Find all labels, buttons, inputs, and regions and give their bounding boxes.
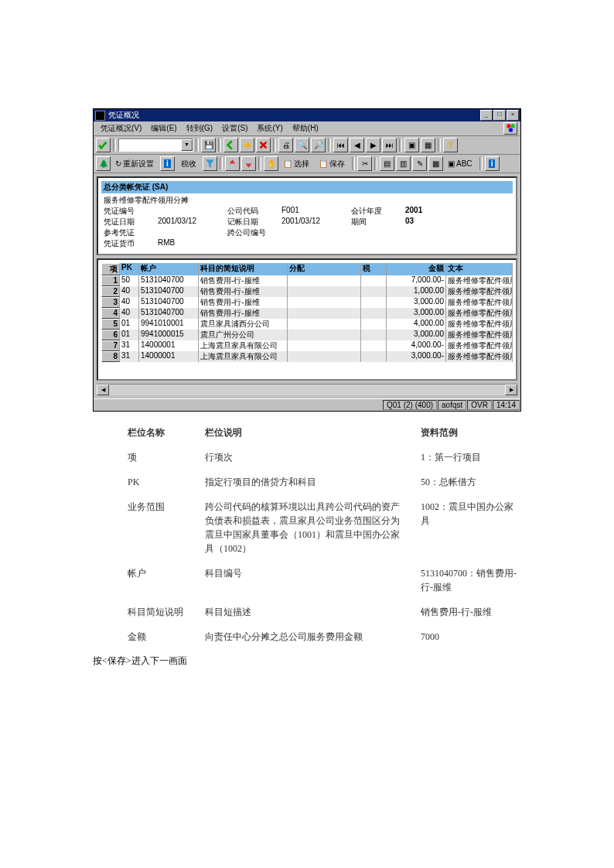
select-button[interactable]: 📋选择	[280, 156, 314, 171]
status-user: aofqst	[438, 400, 466, 410]
svg-point-0	[507, 124, 510, 128]
info2-icon[interactable]: i	[485, 156, 500, 171]
edit-icon[interactable]: ✎	[412, 156, 427, 171]
menu-goto[interactable]: 转到(G)	[182, 122, 217, 135]
toolbar-1: ▼ 💾 🖨 🔍 🔎 ⏮ ◀ ▶ ⏭ ▣ ▦ ?	[94, 136, 520, 155]
col-amt[interactable]: 金额	[387, 263, 446, 275]
menu-edit[interactable]: 编辑(E)	[147, 122, 180, 135]
shortcut-button[interactable]: ▦	[421, 138, 435, 152]
app-window: 凭证概况 _ □ × 凭证概况(V) 编辑(E) 转到(G) 设置(S) 系统(…	[93, 108, 521, 412]
reset-button[interactable]: ↻重新设置	[112, 156, 159, 171]
maximize-button[interactable]: □	[493, 110, 506, 121]
sort-desc-icon[interactable]	[241, 156, 256, 171]
row-select-icon[interactable]: ▤	[380, 156, 394, 171]
status-mode: OVR	[467, 400, 492, 410]
find-button[interactable]: 🔍	[295, 138, 309, 152]
table-row[interactable]: 73114000001上海震旦家具有限公司4,000.00-服务维修零配件领用	[101, 340, 513, 351]
command-field[interactable]: ▼	[118, 138, 193, 152]
tax-button[interactable]: 税收	[176, 156, 201, 171]
titlebar: 凭证概况 _ □ ×	[94, 109, 520, 121]
header-row: 凭证编号公司代码F001会计年度2001	[104, 206, 510, 217]
session-button[interactable]: ▣	[404, 138, 419, 152]
fh-example: 资料范例	[421, 425, 521, 439]
save-button[interactable]: 📋保存	[316, 156, 350, 171]
voucher-header-panel: 总分类帐凭证 (SA) 服务维修零配件领用分摊 凭证编号公司代码F001会计年度…	[97, 176, 517, 255]
find-next-button[interactable]: 🔎	[311, 138, 326, 152]
statusbar: Q01 (2) (400) aofqst OVR 14:14	[94, 398, 520, 411]
menu-settings[interactable]: 设置(S)	[218, 122, 251, 135]
prev-page-button[interactable]: ◀	[350, 138, 364, 152]
window-title: 凭证概况	[108, 110, 139, 121]
field-row: 项行项次1：第一行项目	[128, 450, 521, 464]
table-row[interactable]: 83114000001上海震旦家具有限公司3,000.00-服务维修零配件领用	[101, 351, 513, 362]
table-row[interactable]: 4405131040700销售费用-行-服维3,000.00服务维修零配件领用	[101, 308, 513, 319]
save-icon[interactable]: 💾	[201, 138, 216, 152]
field-row: 帐户科目编号5131040700：销售费用-行-服维	[128, 566, 521, 594]
app-icon	[95, 111, 105, 121]
menubar: 凭证概况(V) 编辑(E) 转到(G) 设置(S) 系统(Y) 帮助(H)	[94, 121, 520, 136]
h-scrollbar[interactable]: ◀ ▶	[97, 384, 517, 395]
voucher-type: 总分类帐凭证 (SA)	[101, 181, 513, 193]
exit-button[interactable]	[240, 138, 254, 152]
col-desc[interactable]: 科目的简短说明	[199, 263, 288, 275]
status-time: 14:14	[493, 400, 520, 410]
col-txt[interactable]: 文本	[446, 263, 513, 275]
print-button[interactable]: 🖨	[278, 138, 293, 152]
field-row: 金额向责任中心分摊之总公司服务费用金额7000	[128, 630, 521, 644]
line-items-panel: 项 PK 帐户 科目的简短说明 分配 税 金额 文本 1505131040700…	[97, 258, 517, 381]
table-row[interactable]: 5019941010001震旦家具浦西分公司4,000.00服务维修零配件领用	[101, 319, 513, 330]
ok-button[interactable]	[96, 138, 111, 152]
field-definitions: 栏位名称 栏位说明 资料范例 项行项次1：第一行项目PK指定行项目的借贷方和科目…	[128, 425, 521, 644]
scroll-right-button[interactable]: ▶	[505, 384, 517, 395]
table-header: 项 PK 帐户 科目的简短说明 分配 税 金额 文本	[101, 263, 513, 275]
menu-system[interactable]: 系统(Y)	[253, 122, 286, 135]
hand-icon[interactable]: ✋	[264, 156, 278, 171]
scroll-left-button[interactable]: ◀	[97, 384, 109, 395]
menu-help[interactable]: 帮助(H)	[288, 122, 322, 135]
last-page-button[interactable]: ⏭	[382, 138, 397, 152]
header-row: 凭证日期2001/03/12记帐日期2001/03/12期间03	[104, 217, 510, 227]
header-row: 凭证货币RMB	[104, 238, 510, 249]
svg-point-2	[508, 128, 512, 132]
col-idx[interactable]: 项	[101, 263, 120, 275]
client-area: 总分类帐凭证 (SA) 服务维修零配件领用分摊 凭证编号公司代码F001会计年度…	[94, 173, 520, 398]
footer-note: 按<保存>进入下一画面	[93, 654, 614, 668]
col-acct[interactable]: 帐户	[139, 263, 199, 275]
col-alloc[interactable]: 分配	[288, 263, 361, 275]
status-session: Q01 (2) (400)	[383, 400, 437, 410]
abc-button[interactable]: ▣ABC	[445, 156, 477, 171]
minimize-button[interactable]: _	[480, 110, 493, 121]
header-row: 参考凭证跨公司编号	[104, 227, 510, 238]
col-pk[interactable]: PK	[120, 263, 139, 275]
sort-asc-icon[interactable]	[225, 156, 240, 171]
menu-voucher[interactable]: 凭证概况(V)	[97, 122, 145, 135]
layout-icon[interactable]: ▦	[428, 156, 443, 171]
svg-point-1	[510, 124, 514, 128]
table-row[interactable]: 2405131040700销售费用-行-服维1,000.00服务维修零配件领用	[101, 286, 513, 297]
close-button[interactable]: ×	[507, 110, 519, 121]
table-row[interactable]: 1505131040700销售费用-行-服维7,000.00-服务维修零配件领用	[101, 275, 513, 286]
voucher-subtitle: 服务维修零配件领用分摊	[104, 195, 510, 206]
toolbar-2: 🌲 ↻重新设置 i 税收 ✋ 📋选择 📋保存 ✂ ▤ ▥ ✎ ▦ ▣ABC i	[94, 155, 520, 173]
field-row: 科目简短说明科目短描述销售费用-行-服维	[128, 605, 521, 619]
col-tax[interactable]: 税	[361, 263, 387, 275]
col-select-icon[interactable]: ▥	[396, 156, 411, 171]
field-row: PK指定行项目的借贷方和科目50：总帐借方	[128, 475, 521, 489]
cut-icon[interactable]: ✂	[357, 156, 372, 171]
sap-logo	[503, 122, 517, 135]
fh-name: 栏位名称	[128, 425, 205, 439]
info-icon[interactable]: i	[160, 156, 175, 171]
table-row[interactable]: 6019941000015震旦广州分公司3,000.00服务维修零配件领用	[101, 330, 513, 340]
tree-icon[interactable]: 🌲	[96, 156, 111, 171]
first-page-button[interactable]: ⏮	[333, 138, 348, 152]
next-page-button[interactable]: ▶	[366, 138, 380, 152]
cancel-button[interactable]	[256, 138, 271, 152]
fh-desc: 栏位说明	[205, 425, 421, 439]
field-row: 业务范围跨公司代码的核算环境以出具跨公司代码的资产负债表和损益表，震旦家具公司业…	[128, 500, 521, 555]
table-row[interactable]: 3405131040700销售费用-行-服维3,000.00服务维修零配件领用	[101, 297, 513, 308]
filter-icon[interactable]	[203, 156, 217, 171]
back-button[interactable]	[223, 138, 238, 152]
help-button[interactable]: ?	[443, 138, 458, 152]
